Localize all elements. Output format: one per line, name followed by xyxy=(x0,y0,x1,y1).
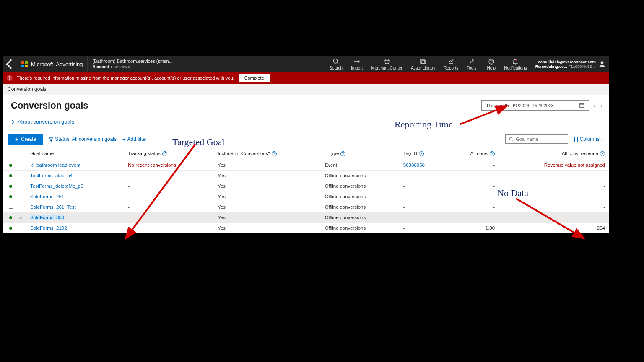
status-filter[interactable]: Status: All conversion goals xyxy=(49,136,117,142)
notifications-tool[interactable]: Notifications xyxy=(500,56,531,72)
search-tool[interactable]: Search xyxy=(325,56,347,72)
about-expander[interactable]: About conversion goals xyxy=(11,111,601,131)
help-icon[interactable]: ? xyxy=(272,151,277,156)
date-range-picker[interactable]: This month: 9/1/2023 - 9/26/2023 xyxy=(481,100,589,111)
help-icon[interactable]: ? xyxy=(419,151,424,156)
svg-point-7 xyxy=(509,137,512,140)
goal-name-cell[interactable]: SoldForms_261 xyxy=(26,191,124,202)
col-goalname[interactable]: Goal name xyxy=(26,147,124,160)
svg-rect-6 xyxy=(580,103,584,107)
top-bar: Microsoft Advertising (Bathroom) Bathroo… xyxy=(3,56,609,72)
row-expand xyxy=(18,170,26,181)
asset-label: Asset Library xyxy=(411,66,435,70)
col-tracking[interactable]: Tracking status? xyxy=(124,147,213,160)
include-cell: Yes xyxy=(213,212,320,222)
add-filter-button[interactable]: +Add filter xyxy=(122,136,147,142)
allconv-cell: - xyxy=(447,181,499,191)
table-row[interactable]: SoldForms_261-YesOffline conversions--- xyxy=(3,191,609,202)
asset-library-tool[interactable]: Asset Library xyxy=(407,56,439,72)
help-icon[interactable]: ? xyxy=(340,151,345,156)
col-type[interactable]: ↑ Type? xyxy=(321,147,399,160)
table-row[interactable]: SoldForms_2192-YesOffline conversions-1.… xyxy=(3,222,609,233)
allconvrev-cell: - xyxy=(499,191,609,202)
allconvrev-cell: - xyxy=(499,170,609,181)
tag-cell: - xyxy=(399,191,447,202)
table-row[interactable]: TestForms_alaa_p4-YesOffline conversions… xyxy=(3,170,609,181)
breadcrumb: Conversion goals xyxy=(3,84,609,95)
alert-text: There's required information missing fro… xyxy=(17,75,234,80)
type-cell: Offline conversions xyxy=(321,202,399,212)
user-account[interactable]: eabulibdeh@everconnect.com Remodeling.co… xyxy=(531,56,597,72)
brand[interactable]: Microsoft Advertising xyxy=(17,56,88,72)
date-next-button[interactable]: › xyxy=(599,103,604,109)
allconvrev-cell: - xyxy=(499,202,609,212)
table-row[interactable]: bathroom lead eventNo recent conversions… xyxy=(3,160,609,170)
col-include[interactable]: Include in "Conversions"? xyxy=(213,147,320,160)
goal-name-cell[interactable]: SoldForms_261_Test xyxy=(26,202,124,212)
search-label: Search xyxy=(329,66,343,70)
goal-search-field[interactable] xyxy=(516,137,564,142)
merchant-tool[interactable]: Merchant Center xyxy=(367,56,406,72)
allconvrev-cell: - xyxy=(499,181,609,191)
help-icon[interactable]: ? xyxy=(490,151,495,156)
table-row[interactable]: TestForms_deleteMe_p5-YesOffline convers… xyxy=(3,181,609,191)
goal-name-cell[interactable]: TestForms_alaa_p4 xyxy=(26,170,124,181)
goal-name-cell[interactable]: bathroom lead event xyxy=(26,160,124,170)
goal-name-cell[interactable]: SoldForms_2192 xyxy=(26,222,124,233)
goal-search-input[interactable] xyxy=(505,134,568,144)
goal-name-cell[interactable]: SoldForms_350 xyxy=(26,212,124,222)
tag-cell[interactable]: 56380058 xyxy=(399,160,447,170)
columns-label: Columns xyxy=(580,136,600,142)
allconvrev-cell: 254 xyxy=(499,222,609,233)
tracking-cell: - xyxy=(124,191,213,202)
allconv-cell: - xyxy=(447,191,499,202)
tracking-cell: - xyxy=(124,181,213,191)
user-avatar-icon[interactable] xyxy=(597,56,609,72)
svg-point-5 xyxy=(601,61,604,64)
tag-cell: - xyxy=(399,222,447,233)
table-row[interactable]: SoldForms_261_Test-YesOffline conversion… xyxy=(3,202,609,212)
reports-tool[interactable]: Reports xyxy=(439,56,462,72)
table-toolbar: +Create Status: All conversion goals +Ad… xyxy=(3,131,609,147)
date-prev-button[interactable]: ‹ xyxy=(592,103,597,109)
table-row[interactable]: ⌵SoldForms_350-YesOffline conversions--- xyxy=(3,212,609,222)
back-button[interactable] xyxy=(3,56,17,72)
goal-name-cell[interactable]: TestForms_deleteMe_p5 xyxy=(26,181,124,191)
columns-button[interactable]: Columns ⌵ xyxy=(574,136,603,142)
col-allconvrev[interactable]: All conv. revenue? xyxy=(499,147,609,160)
col-allconv[interactable]: All conv.? xyxy=(447,147,499,160)
help-icon[interactable]: ? xyxy=(600,151,605,156)
row-expand xyxy=(18,202,26,212)
allconvrev-cell: Revenue value not assigned xyxy=(499,160,609,170)
row-status xyxy=(3,212,18,222)
calendar-icon xyxy=(579,103,584,108)
account-switcher[interactable]: (Bathroom) Bathroom.services (smsn... Ac… xyxy=(88,56,178,72)
user-email: eabulibdeh@everconnect.com xyxy=(538,59,596,64)
tracking-cell: - xyxy=(124,222,213,233)
import-tool[interactable]: Import xyxy=(347,56,367,72)
allconvrev-cell: - xyxy=(499,212,609,222)
app-window: Microsoft Advertising (Bathroom) Bathroo… xyxy=(3,56,609,233)
date-range-row: This month: 9/1/2023 - 9/26/2023 ‹ › xyxy=(481,100,604,111)
create-button[interactable]: +Create xyxy=(8,134,43,145)
alert-complete-button[interactable]: Complete xyxy=(239,74,270,82)
type-cell: Offline conversions xyxy=(321,181,399,191)
tag-cell: - xyxy=(399,181,447,191)
row-expand[interactable]: ⌵ xyxy=(18,212,26,222)
type-cell: Event xyxy=(321,160,399,170)
merchant-label: Merchant Center xyxy=(371,66,402,70)
brand-text: Microsoft Advertising xyxy=(31,61,83,67)
create-label: Create xyxy=(21,136,36,142)
page-header: Conversion goals About conversion goals … xyxy=(3,95,609,131)
help-label: Help xyxy=(487,66,496,70)
row-status xyxy=(3,191,18,202)
status-filter-label: Status: All conversion goals xyxy=(55,136,117,142)
notif-label: Notifications xyxy=(504,66,527,70)
help-icon[interactable]: ? xyxy=(162,151,167,156)
tracking-cell: - xyxy=(124,202,213,212)
col-tag[interactable]: Tag ID? xyxy=(399,147,447,160)
include-cell: Yes xyxy=(213,191,320,202)
svg-rect-1 xyxy=(421,59,424,63)
tools-tool[interactable]: Tools xyxy=(462,56,480,72)
help-tool[interactable]: Help xyxy=(483,56,500,72)
